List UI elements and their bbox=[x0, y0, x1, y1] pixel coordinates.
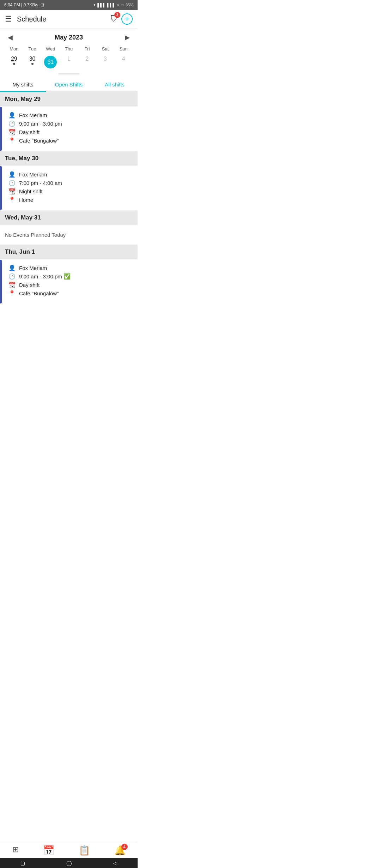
clock-icon: 🕐 bbox=[8, 180, 16, 186]
shift-card[interactable]: 👤 Fox Meriam 🕐 9:00 am - 3:00 pm ✅ 📆 Day… bbox=[0, 260, 138, 303]
confirmed-icon: ✅ bbox=[64, 273, 71, 279]
day-header: Mon, May 29 bbox=[0, 92, 138, 106]
calendar-day-number: 3 bbox=[104, 56, 107, 62]
shift-type-row: 📆 Day shift bbox=[8, 129, 133, 135]
clock-icon: 🕐 bbox=[8, 273, 16, 280]
shift-location-row: 📍 Home bbox=[8, 197, 133, 203]
tab-open-shifts[interactable]: Open Shifts bbox=[46, 77, 92, 91]
prev-month-button[interactable]: ◀ bbox=[5, 32, 16, 43]
shift-time-row: 🕐 7:00 pm - 4:00 am bbox=[8, 180, 133, 186]
calendar-small-icon: 📆 bbox=[8, 282, 16, 288]
app-title: Schedule bbox=[17, 15, 46, 23]
tab-my-shifts[interactable]: My shifts bbox=[0, 77, 46, 92]
location-icon: 📍 bbox=[8, 137, 16, 144]
filter-button[interactable]: ⛉ 3 bbox=[110, 14, 118, 24]
calendar-day[interactable]: 30 bbox=[23, 54, 42, 71]
calendar-days: 2930311234 bbox=[5, 54, 133, 71]
status-bar: 6:04 PM | 0.7KB/s ⊡ ✦ ▌▌▌ ▌▌▌ ⌾ ▭ 35% bbox=[0, 0, 138, 10]
filter-badge: 3 bbox=[114, 12, 120, 18]
shift-person: Fox Meriam bbox=[19, 112, 47, 118]
shift-list: Mon, May 29 👤 Fox Meriam 🕐 9:00 am - 3:0… bbox=[0, 92, 138, 303]
shift-person: Fox Meriam bbox=[19, 171, 47, 177]
shift-time: 7:00 pm - 4:00 am bbox=[19, 180, 62, 186]
calendar-day[interactable]: 1 bbox=[60, 54, 78, 71]
bluetooth-icon: ✦ bbox=[93, 3, 96, 7]
calendar-day-number: 1 bbox=[67, 56, 71, 62]
signal-icon: ▌▌▌ bbox=[97, 3, 105, 7]
location-icon: 📍 bbox=[8, 197, 16, 203]
person-icon: 👤 bbox=[8, 171, 16, 178]
event-dot bbox=[31, 63, 34, 65]
no-events-message: No Events Planned Today bbox=[0, 225, 138, 244]
weekday-wed: Wed bbox=[41, 46, 60, 52]
shift-card[interactable]: 👤 Fox Meriam 🕐 7:00 pm - 4:00 am 📆 Night… bbox=[0, 166, 138, 210]
day-header: Thu, Jun 1 bbox=[0, 245, 138, 259]
calendar-day[interactable]: 4 bbox=[114, 54, 133, 71]
day-header: Tue, May 30 bbox=[0, 151, 138, 165]
calendar-month: May 2023 bbox=[55, 34, 83, 41]
calendar-small-icon: 📆 bbox=[8, 188, 16, 195]
shift-location: Home bbox=[19, 197, 33, 203]
shift-card[interactable]: 👤 Fox Meriam 🕐 9:00 am - 3:00 pm 📆 Day s… bbox=[0, 107, 138, 151]
calendar-day[interactable]: 31 bbox=[41, 54, 60, 71]
calendar-day-number: 4 bbox=[122, 56, 125, 62]
tabs: My shifts Open Shifts All shifts bbox=[0, 77, 138, 92]
calendar-day[interactable]: 29 bbox=[5, 54, 23, 71]
clock-icon: 🕐 bbox=[8, 120, 16, 127]
battery-percent: 35% bbox=[126, 3, 133, 7]
tab-all-shifts[interactable]: All shifts bbox=[92, 77, 138, 91]
weekday-mon: Mon bbox=[5, 46, 23, 52]
shift-type-row: 📆 Day shift bbox=[8, 282, 133, 288]
app-bar: ☰ Schedule ⛉ 3 + bbox=[0, 10, 138, 29]
shift-type: Day shift bbox=[19, 282, 40, 288]
shift-person-row: 👤 Fox Meriam bbox=[8, 171, 133, 178]
shift-time: 9:00 am - 3:00 pm ✅ bbox=[19, 273, 71, 280]
shift-time-row: 🕐 9:00 am - 3:00 pm bbox=[8, 120, 133, 127]
shift-person-row: 👤 Fox Meriam bbox=[8, 112, 133, 119]
shift-time: 9:00 am - 3:00 pm bbox=[19, 121, 62, 127]
calendar-day-number: 31 bbox=[44, 56, 57, 68]
signal2-icon: ▌▌▌ bbox=[107, 3, 115, 7]
event-dot bbox=[13, 63, 15, 65]
calendar-weekdays: Mon Tue Wed Thu Fri Sat Sun bbox=[5, 46, 133, 52]
location-icon: 📍 bbox=[8, 290, 16, 297]
day-header: Wed, May 31 bbox=[0, 211, 138, 225]
calendar-day-number: 2 bbox=[85, 56, 89, 62]
weekday-tue: Tue bbox=[23, 46, 42, 52]
add-button[interactable]: + bbox=[121, 13, 133, 25]
shift-location: Cafe "Bungalow" bbox=[19, 290, 59, 296]
calendar-small-icon: 📆 bbox=[8, 129, 16, 135]
person-icon: 👤 bbox=[8, 112, 16, 119]
shift-person: Fox Meriam bbox=[19, 265, 47, 271]
weekday-sun: Sun bbox=[114, 46, 133, 52]
shift-location: Cafe "Bungalow" bbox=[19, 138, 59, 144]
wifi-icon: ⌾ bbox=[117, 3, 119, 7]
menu-icon[interactable]: ☰ bbox=[5, 14, 12, 24]
battery-icon: ▭ bbox=[121, 3, 124, 7]
weekday-fri: Fri bbox=[78, 46, 96, 52]
nfc-icon: ⊡ bbox=[41, 2, 44, 7]
calendar-day-number: 30 bbox=[29, 56, 36, 62]
shift-location-row: 📍 Cafe "Bungalow" bbox=[8, 290, 133, 297]
shift-time-row: 🕐 9:00 am - 3:00 pm ✅ bbox=[8, 273, 133, 280]
calendar-section: ◀ May 2023 ▶ Mon Tue Wed Thu Fri Sat Sun… bbox=[0, 29, 138, 76]
calendar-day-number: 29 bbox=[11, 56, 17, 62]
status-time: 6:04 PM | 0.7KB/s bbox=[4, 2, 38, 7]
shift-type: Night shift bbox=[19, 188, 43, 194]
weekday-sat: Sat bbox=[96, 46, 115, 52]
next-month-button[interactable]: ▶ bbox=[122, 32, 133, 43]
person-icon: 👤 bbox=[8, 265, 16, 271]
calendar-divider bbox=[58, 73, 79, 74]
shift-location-row: 📍 Cafe "Bungalow" bbox=[8, 137, 133, 144]
calendar-day[interactable]: 3 bbox=[96, 54, 115, 71]
shift-person-row: 👤 Fox Meriam bbox=[8, 265, 133, 271]
weekday-thu: Thu bbox=[60, 46, 78, 52]
shift-type: Day shift bbox=[19, 129, 40, 135]
shift-type-row: 📆 Night shift bbox=[8, 188, 133, 195]
calendar-day[interactable]: 2 bbox=[78, 54, 96, 71]
